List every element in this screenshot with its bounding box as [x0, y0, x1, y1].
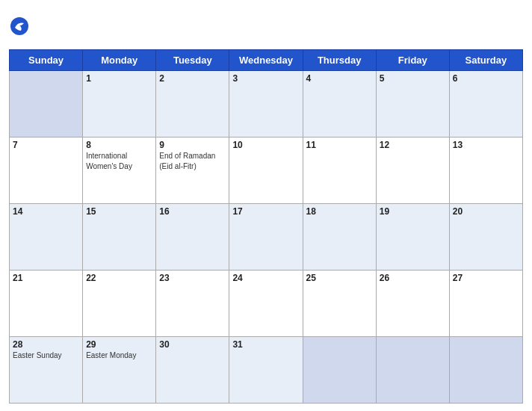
day-number: 29	[86, 339, 152, 350]
day-number: 17	[232, 206, 299, 217]
day-cell: 31	[229, 337, 303, 404]
week-row-2: 14151617181920	[10, 204, 523, 271]
week-row-1: 78International Women's Day9End of Ramad…	[10, 137, 523, 204]
weekday-header-friday: Friday	[376, 50, 449, 71]
day-number: 9	[159, 140, 226, 150]
day-cell	[10, 71, 83, 137]
day-number: 18	[306, 206, 373, 217]
day-cell: 17	[229, 204, 303, 271]
day-number: 22	[86, 273, 152, 283]
day-number: 20	[453, 206, 519, 217]
logo-icon	[9, 16, 30, 37]
day-number: 5	[380, 73, 446, 84]
weekday-header-thursday: Thursday	[303, 50, 376, 71]
day-cell: 3	[229, 71, 303, 137]
page: SundayMondayTuesdayWednesdayThursdayFrid…	[0, 0, 532, 411]
day-event: Easter Sunday	[13, 351, 62, 359]
day-cell: 7	[10, 137, 83, 204]
day-cell: 13	[449, 137, 522, 204]
day-cell: 11	[303, 137, 376, 204]
day-number: 15	[86, 206, 152, 217]
day-cell: 30	[156, 337, 229, 404]
day-number: 31	[232, 339, 299, 350]
weekday-header-wednesday: Wednesday	[229, 50, 303, 71]
weekday-header-monday: Monday	[83, 50, 156, 71]
weekday-row: SundayMondayTuesdayWednesdayThursdayFrid…	[10, 50, 523, 71]
day-cell: 14	[10, 204, 83, 271]
day-cell: 4	[303, 71, 376, 137]
day-cell: 1	[83, 71, 156, 137]
day-number: 23	[159, 273, 226, 283]
day-cell: 9End of Ramadan (Eid al-Fitr)	[156, 137, 229, 204]
day-number: 14	[13, 206, 79, 217]
day-number: 12	[380, 140, 446, 150]
weekday-header-tuesday: Tuesday	[156, 50, 229, 71]
day-number: 28	[13, 339, 79, 350]
day-cell	[376, 337, 449, 404]
header	[9, 7, 523, 45]
day-cell: 6	[449, 71, 522, 137]
day-number: 3	[232, 73, 299, 84]
day-number: 1	[86, 73, 152, 84]
day-cell: 22	[83, 271, 156, 337]
day-number: 7	[13, 140, 79, 150]
day-number: 11	[306, 140, 373, 150]
day-cell: 29Easter Monday	[83, 337, 156, 404]
day-number: 21	[13, 273, 79, 283]
day-number: 10	[232, 140, 299, 150]
day-cell: 21	[10, 271, 83, 337]
day-number: 24	[232, 273, 299, 283]
week-row-0: 123456	[10, 71, 523, 137]
day-number: 4	[306, 73, 373, 84]
day-cell: 19	[376, 204, 449, 271]
day-number: 2	[159, 73, 226, 84]
day-cell: 10	[229, 137, 303, 204]
day-cell: 28Easter Sunday	[10, 337, 83, 404]
day-number: 6	[453, 73, 519, 84]
day-cell: 26	[376, 271, 449, 337]
day-cell: 16	[156, 204, 229, 271]
day-cell: 18	[303, 204, 376, 271]
day-number: 16	[159, 206, 226, 217]
day-cell: 24	[229, 271, 303, 337]
day-number: 27	[453, 273, 519, 283]
weekday-header-saturday: Saturday	[449, 50, 522, 71]
day-cell: 5	[376, 71, 449, 137]
day-event: International Women's Day	[86, 152, 132, 170]
day-cell: 8International Women's Day	[83, 137, 156, 204]
day-event: End of Ramadan (Eid al-Fitr)	[159, 152, 215, 170]
week-row-3: 21222324252627	[10, 271, 523, 337]
calendar-header: SundayMondayTuesdayWednesdayThursdayFrid…	[10, 50, 523, 71]
day-number: 13	[453, 140, 519, 150]
day-cell	[449, 337, 522, 404]
day-number: 19	[380, 206, 446, 217]
day-cell: 20	[449, 204, 522, 271]
day-cell: 25	[303, 271, 376, 337]
day-number: 26	[380, 273, 446, 283]
weekday-header-sunday: Sunday	[10, 50, 83, 71]
day-cell: 12	[376, 137, 449, 204]
logo	[9, 16, 33, 37]
day-cell: 2	[156, 71, 229, 137]
day-cell: 27	[449, 271, 522, 337]
day-cell: 23	[156, 271, 229, 337]
calendar-body: 12345678International Women's Day9End of…	[10, 71, 523, 404]
day-number: 25	[306, 273, 373, 283]
day-number: 30	[159, 339, 226, 350]
calendar-table: SundayMondayTuesdayWednesdayThursdayFrid…	[9, 49, 523, 404]
day-number: 8	[86, 140, 152, 150]
day-cell: 15	[83, 204, 156, 271]
day-cell	[303, 337, 376, 404]
day-event: Easter Monday	[86, 351, 136, 359]
week-row-4: 28Easter Sunday29Easter Monday3031	[10, 337, 523, 404]
